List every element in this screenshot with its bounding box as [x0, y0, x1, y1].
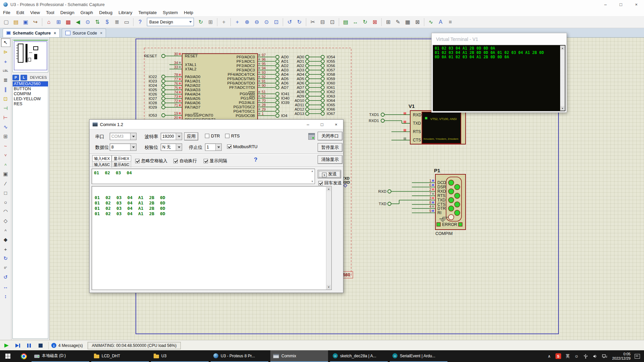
sogou-tray-icon[interactable]: S [555, 353, 561, 359]
commix-titlebar[interactable]: Commix 1.2 – □ × [90, 120, 343, 129]
terminal-AD0[interactable] [276, 55, 279, 59]
terminal-AD4[interactable] [306, 73, 309, 76]
terminal-RXD[interactable] [388, 190, 391, 193]
terminal-IO63[interactable] [321, 95, 324, 98]
home-page-icon[interactable]: ⌂ [44, 17, 53, 26]
ignore-space-checkbox[interactable]: 忽略空格输入 [135, 158, 167, 164]
cut-icon[interactable]: ✂ [308, 17, 317, 26]
virtual-instrument-icon[interactable]: ▣ [1, 170, 10, 178]
rts-checkbox[interactable]: RTS [225, 133, 240, 138]
close-port-button[interactable]: 关闭串口 [318, 132, 342, 140]
terminal-TXD[interactable] [388, 202, 391, 205]
input-hex-tab[interactable]: 输入HEX [92, 155, 112, 162]
taskbar-item-folder[interactable]: U3 [151, 350, 209, 362]
chrome-taskbar-icon[interactable] [16, 350, 32, 362]
electrical-rule-icon[interactable]: ≣ [112, 17, 121, 26]
device-item-atmega2560[interactable]: ATMEGA2560 [13, 81, 48, 86]
send-button[interactable]: s发送 [318, 170, 341, 178]
block-delete-icon[interactable]: ⊠ [370, 17, 379, 26]
terminal-AD12[interactable] [306, 108, 309, 111]
network-tray-icon[interactable] [602, 354, 607, 358]
menu-system[interactable]: System [160, 10, 181, 15]
tab-close-icon[interactable]: × [54, 31, 56, 36]
terminal-IO22[interactable] [162, 75, 165, 78]
scroll-down-icon[interactable]: ▼ [311, 180, 314, 183]
emoji-tray-icon[interactable]: ☺ [575, 354, 579, 359]
mirror-x-icon[interactable]: ↔ [1, 282, 10, 291]
terminal-IO40[interactable] [276, 97, 279, 100]
terminal-AD7[interactable] [276, 86, 279, 89]
scroll-up-icon[interactable]: ▲ [560, 46, 565, 50]
goto-sheet-icon[interactable]: ◀ [73, 17, 83, 26]
receive-output-area[interactable]: 01 02 03 04 A1 2B 0D01 02 03 04 A1 2B 0D… [92, 186, 332, 290]
zoom-out-icon[interactable]: ⊖ [252, 17, 261, 26]
terminal-IO26[interactable] [162, 93, 165, 96]
property-assignment-icon[interactable]: ≡ [446, 17, 455, 26]
terminal-28[interactable] [276, 105, 279, 109]
commix-window[interactable]: Commix 1.2 – □ × 串口 COM3 波特率 19200 应用 DT… [89, 119, 343, 293]
stopbits-select[interactable]: 1 [205, 143, 222, 151]
terminal-AD6[interactable] [276, 81, 279, 85]
commix-close-button[interactable]: × [329, 120, 343, 129]
maximize-button[interactable]: □ [613, 0, 629, 9]
virtual-terminal-scrollbar[interactable]: ▲ ▼ [560, 46, 565, 111]
tape-recorder-icon[interactable]: ⊞ [1, 132, 10, 141]
menu-edit[interactable]: Edit [13, 10, 27, 15]
terminal-AD6[interactable] [306, 81, 309, 85]
rotate-cw-icon[interactable]: ↻ [1, 254, 10, 263]
terminal-AD5[interactable] [306, 77, 309, 80]
terminal-mode-icon[interactable]: ⊣ [1, 104, 10, 113]
packaging-tool-icon[interactable]: ▦ [403, 17, 412, 26]
device-pin-icon[interactable]: ⊢ [1, 113, 10, 122]
device-item-led-yellow[interactable]: LED-YELLOW [13, 97, 48, 102]
terminal-IO57[interactable] [321, 68, 324, 72]
block-move-icon[interactable]: ↔ [351, 17, 360, 26]
copy-icon[interactable]: ⊟ [318, 17, 327, 26]
terminal-IO64[interactable] [321, 99, 324, 102]
enter-send-checkbox[interactable]: 回车发送 [318, 180, 342, 186]
menu-tool[interactable]: Tool [43, 10, 57, 15]
terminal-RXD1[interactable] [381, 119, 384, 122]
menu-help[interactable]: Help [181, 10, 196, 15]
device-item-res[interactable]: RES [13, 102, 48, 107]
terminal-AD2[interactable] [276, 64, 279, 67]
bill-of-materials-icon[interactable]: $ [103, 17, 112, 26]
library-button[interactable]: L [20, 75, 27, 80]
pause-display-button[interactable]: 暂停显示 [318, 143, 342, 152]
save-project-icon[interactable]: ▣ [21, 17, 30, 26]
overview-minimap[interactable] [12, 39, 48, 72]
terminal-AD11[interactable] [306, 103, 309, 107]
taskbar-item-commix[interactable]: Commix [270, 350, 328, 362]
pick-device-icon[interactable]: ⊞ [384, 17, 393, 26]
rotation-angle[interactable]: 0° [1, 263, 10, 272]
line-2d-icon[interactable]: ∕ [1, 179, 10, 188]
bus-mode-icon[interactable]: ∥ [1, 85, 10, 94]
terminal-TXD1[interactable] [381, 113, 384, 116]
notification-center-icon[interactable] [635, 354, 640, 359]
volume-tray-icon[interactable] [593, 354, 597, 359]
start-button[interactable] [0, 350, 16, 362]
text-script-icon[interactable]: ≣ [1, 76, 10, 84]
terminal-IO67[interactable] [321, 112, 324, 115]
commix-maximize-button[interactable]: □ [315, 120, 329, 129]
block-rotate-icon[interactable]: ↻ [361, 17, 370, 26]
terminal-AD13[interactable] [306, 112, 309, 115]
terminal-IO62[interactable] [321, 90, 324, 94]
generator-mode-icon[interactable]: ~ [1, 141, 10, 150]
terminal-AD8[interactable] [306, 90, 309, 94]
zoom-in-icon[interactable]: ⊕ [243, 17, 252, 26]
open-project-icon[interactable]: ▤ [11, 17, 20, 26]
undo-icon[interactable]: ↺ [285, 17, 294, 26]
mirror-y-icon[interactable]: ↕ [1, 292, 10, 300]
arc-2d-icon[interactable]: ◠ [1, 207, 10, 216]
terminal-IO23[interactable] [162, 79, 165, 83]
make-device-icon[interactable]: ✎ [393, 17, 402, 26]
block-copy-icon[interactable]: ▤ [341, 17, 350, 26]
grid-toggle-icon[interactable]: ⊞ [206, 17, 215, 26]
port-select[interactable]: COM3 [110, 133, 137, 140]
parity-select[interactable]: N 无 [161, 143, 182, 151]
pause-button[interactable] [24, 342, 34, 350]
taskbar-item-drive[interactable]: 本地磁盘 (D:) [32, 350, 89, 362]
scroll-up-icon[interactable]: ▲ [327, 187, 331, 191]
databits-select[interactable]: 8 [110, 143, 137, 151]
